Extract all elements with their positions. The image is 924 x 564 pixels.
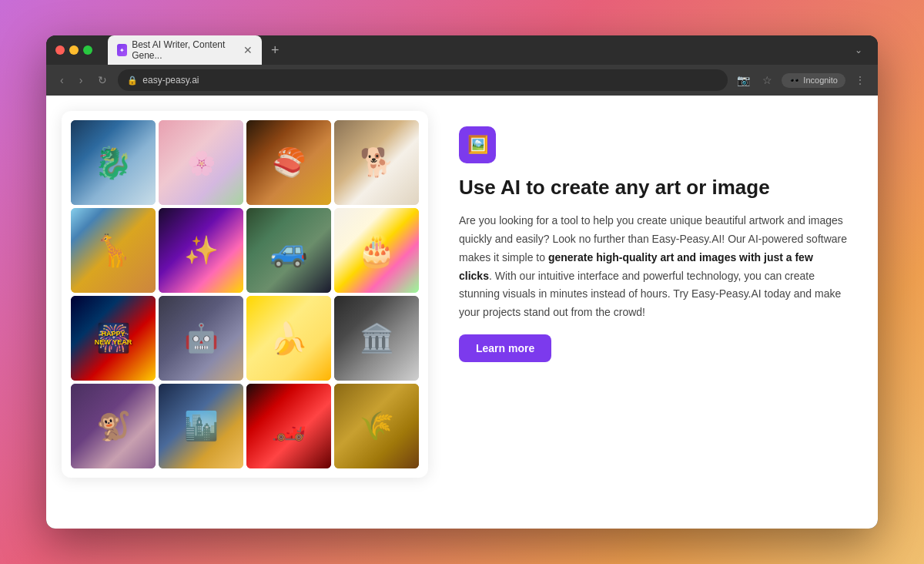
maximize-button[interactable] <box>83 45 92 55</box>
grid-cell-truck[interactable] <box>246 208 331 293</box>
description-part2: . With our intuitive interface and power… <box>459 270 841 319</box>
incognito-icon: 🕶️ <box>789 76 800 86</box>
image-grid: HAPPYNEW YEAR <box>71 120 419 468</box>
minimize-button[interactable] <box>69 45 79 55</box>
traffic-lights <box>55 45 92 55</box>
grid-cell-interior[interactable] <box>334 296 419 381</box>
browser-content: HAPPYNEW YEAR 🖼️ Use AI to create any ar… <box>46 96 878 529</box>
toolbar-icons: 📷 ☆ 🕶️ Incognito ⋮ <box>734 71 869 89</box>
grid-cell-city[interactable] <box>159 384 243 468</box>
grid-cell-texture[interactable] <box>334 384 419 468</box>
lock-icon: 🔒 <box>127 76 138 86</box>
grid-cell-dragon[interactable] <box>71 120 156 205</box>
address-bar[interactable]: 🔒 easy-peasy.ai <box>118 69 728 91</box>
grid-cell-robot[interactable] <box>159 296 243 381</box>
bookmark-icon[interactable]: ☆ <box>759 71 775 89</box>
refresh-button[interactable]: ↻ <box>93 71 112 89</box>
page-content: HAPPYNEW YEAR 🖼️ Use AI to create any ar… <box>46 96 878 529</box>
grid-cell-car[interactable] <box>246 384 331 468</box>
image-icon: 🖼️ <box>467 135 488 155</box>
browser-window: ✦ Best AI Writer, Content Gene... ✕ + ⌄ … <box>46 35 878 529</box>
back-button[interactable]: ‹ <box>55 71 69 89</box>
forward-button[interactable]: › <box>75 71 88 89</box>
new-tab-button[interactable]: + <box>265 42 286 59</box>
tab-menu-button[interactable]: ⌄ <box>849 42 869 59</box>
incognito-label: Incognito <box>803 76 838 85</box>
tab-favicon: ✦ <box>117 44 127 56</box>
grid-cell-dogs[interactable] <box>334 120 419 205</box>
feature-icon: 🖼️ <box>459 126 496 163</box>
browser-toolbar: ‹ › ↻ 🔒 easy-peasy.ai 📷 ☆ 🕶️ Incognito ⋮ <box>46 65 878 96</box>
feature-title: Use AI to create any art or image <box>459 176 847 200</box>
image-grid-container: HAPPYNEW YEAR <box>62 111 428 478</box>
feature-description: Are you looking for a tool to help you c… <box>459 212 847 322</box>
grid-cell-girl[interactable] <box>159 120 243 205</box>
tab-close-button[interactable]: ✕ <box>243 44 253 56</box>
grid-cell-banana[interactable] <box>246 296 331 381</box>
active-tab[interactable]: ✦ Best AI Writer, Content Gene... ✕ <box>108 35 262 65</box>
newyear-text: HAPPYNEW YEAR <box>95 330 132 347</box>
grid-cell-food[interactable] <box>246 120 331 205</box>
grid-cell-newyear[interactable]: HAPPYNEW YEAR <box>71 296 156 381</box>
grid-cell-dance[interactable] <box>159 208 243 293</box>
tab-bar: ✦ Best AI Writer, Content Gene... ✕ + <box>108 35 842 65</box>
close-button[interactable] <box>55 45 65 55</box>
browser-titlebar: ✦ Best AI Writer, Content Gene... ✕ + ⌄ <box>46 35 878 65</box>
camera-icon[interactable]: 📷 <box>734 71 753 89</box>
incognito-button[interactable]: 🕶️ Incognito <box>782 73 845 88</box>
grid-cell-monkey[interactable] <box>71 384 156 468</box>
right-panel: 🖼️ Use AI to create any art or image Are… <box>451 111 862 378</box>
url-text: easy-peasy.ai <box>142 75 199 86</box>
tab-title: Best AI Writer, Content Gene... <box>132 39 236 61</box>
grid-cell-giraffe[interactable] <box>71 208 156 293</box>
menu-icon[interactable]: ⋮ <box>852 71 869 89</box>
learn-more-button[interactable]: Learn more <box>459 334 551 362</box>
grid-cell-cake[interactable] <box>334 208 419 293</box>
